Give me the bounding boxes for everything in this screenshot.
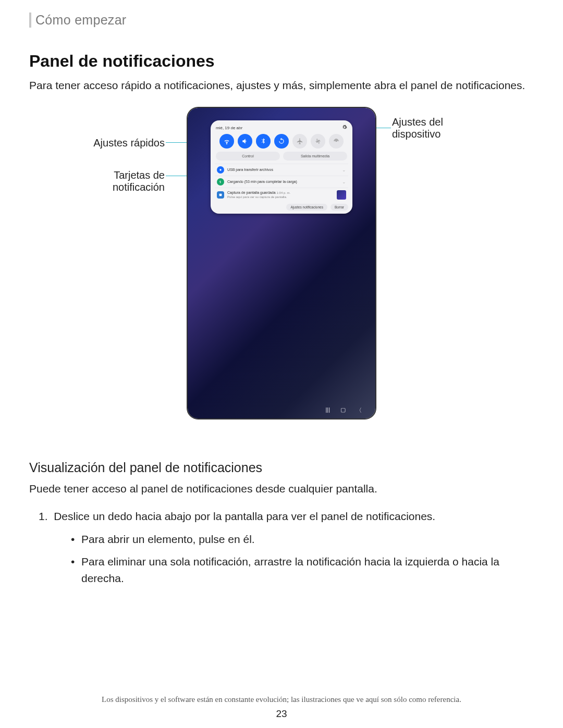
page-title: Panel de notificaciones — [29, 52, 534, 71]
data-icon[interactable] — [311, 134, 325, 149]
usb-icon — [217, 166, 224, 174]
intro-paragraph: Para tener acceso rápido a notificacione… — [29, 77, 534, 93]
callout-text-line1: Ajustes del — [392, 116, 443, 128]
chevron-down-icon: ⌄ — [342, 167, 346, 172]
svg-point-0 — [219, 169, 221, 170]
system-navbar: ||| ▢ 〈 — [188, 406, 375, 414]
callout-quick-settings: Ajustes rápidos — [29, 137, 165, 149]
notification-item[interactable]: Cargando (53 min para completar la carga… — [215, 176, 348, 188]
notification-item[interactable]: USB para transferir archivos ⌄ — [215, 164, 348, 176]
home-icon[interactable]: ▢ — [340, 406, 346, 414]
quick-settings-row — [215, 134, 348, 152]
wifi-icon[interactable] — [219, 134, 234, 149]
notification-subtitle: Pulse aquí para ver su captura de pantal… — [227, 195, 287, 199]
breadcrumb: Cómo empezar — [29, 13, 534, 28]
charging-icon — [217, 178, 224, 186]
callout-notification-cards: Tarjetas de notificación — [29, 169, 165, 193]
body-paragraph: Puede tener acceso al panel de notificac… — [29, 480, 534, 497]
screenshot-icon — [217, 191, 224, 199]
notification-settings-button[interactable]: Ajustes notificaciones — [286, 204, 327, 211]
screenshot-thumbnail — [337, 190, 346, 200]
bluetooth-icon[interactable] — [256, 134, 271, 149]
figure-notification-panel: Ajustes rápidos Tarjetas de notificación… — [29, 108, 534, 441]
airplane-icon[interactable] — [292, 134, 307, 149]
chevron-down-icon: ⌄ — [342, 179, 346, 184]
sound-icon[interactable] — [238, 134, 252, 149]
notification-text: USB para transferir archivos — [227, 168, 339, 172]
page-number: 23 — [0, 708, 563, 720]
svg-rect-1 — [219, 194, 222, 196]
step-item: 1. Deslice un dedo hacia abajo por la pa… — [39, 508, 534, 586]
notification-item[interactable]: Captura de pantalla guardada 1:04 p. m. … — [215, 188, 348, 202]
notification-panel: mié, 19 de abr Control Salida multimedia — [211, 120, 352, 214]
callout-text-line2: dispositivo — [392, 128, 440, 140]
recents-icon[interactable]: ||| — [325, 406, 330, 414]
callout-text-line1: Tarjetas de — [114, 169, 165, 181]
clear-button[interactable]: Borrar — [331, 204, 348, 211]
rotate-icon[interactable] — [274, 134, 289, 149]
gear-icon[interactable] — [342, 125, 347, 131]
notification-time: 1:04 p. m. — [277, 191, 291, 194]
bullet-item: Para abrir un elemento, pulse en él. — [71, 531, 534, 548]
hotspot-icon[interactable] — [329, 134, 344, 149]
tablet-mockup: mié, 19 de abr Control Salida multimedia — [188, 108, 375, 418]
callout-text-line2: notificación — [113, 181, 165, 193]
bullet-item: Para eliminar una sola notificación, arr… — [71, 553, 534, 586]
footnote: Los dispositivos y el software están en … — [0, 695, 563, 704]
step-number: 1. — [39, 510, 48, 522]
section-heading: Visualización del panel de notificacione… — [29, 460, 534, 475]
panel-date: mié, 19 de abr — [216, 126, 242, 130]
back-icon[interactable]: 〈 — [356, 406, 362, 414]
notification-text: Cargando (53 min para completar la carga… — [227, 180, 339, 184]
step-text: Deslice un dedo hacia abajo por la panta… — [54, 510, 435, 522]
notification-title: Captura de pantalla guardada — [227, 191, 276, 194]
callout-device-settings: Ajustes del dispositivo — [392, 116, 517, 140]
segment-media-output[interactable]: Salida multimedia — [283, 152, 347, 161]
segment-control[interactable]: Control — [216, 152, 280, 161]
